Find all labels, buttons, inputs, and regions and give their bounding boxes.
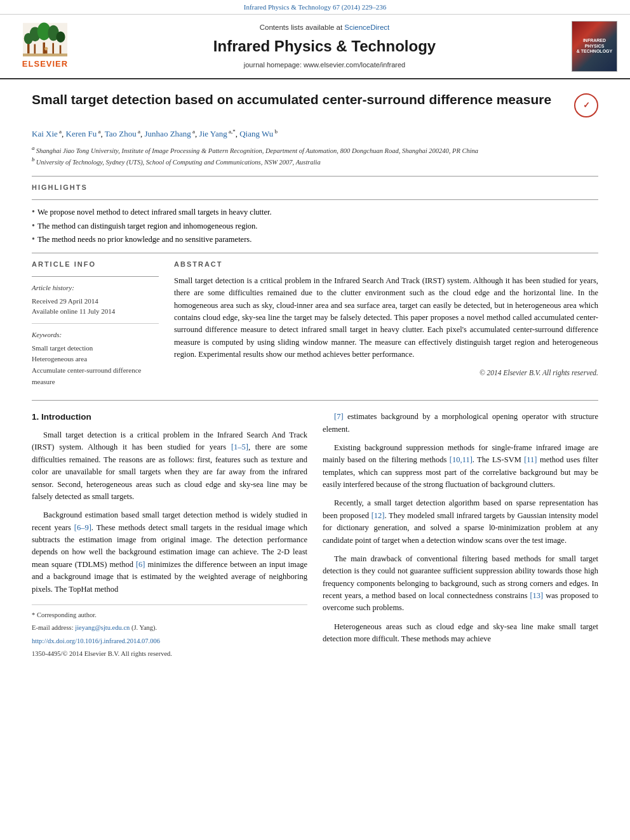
crossmark-badge[interactable]: ✓ <box>574 93 598 117</box>
highlights-list: • We propose novel method to detect infr… <box>32 206 598 245</box>
footnote-corresponding: * Corresponding author. <box>32 610 307 620</box>
intro-heading: 1. Introduction <box>32 411 307 424</box>
highlights-section: HIGHLIGHTS • We propose novel method to … <box>32 183 598 245</box>
author-keren-fu[interactable]: Keren Fu <box>66 129 97 138</box>
intro-p2: Background estimation based small target… <box>32 509 307 596</box>
author-tao-zhou[interactable]: Tao Zhou <box>105 129 137 138</box>
abstract-text: Small target detection is a critical pro… <box>174 275 598 361</box>
cover-text: INFRARED PHYSICS & TECHNOLOGY <box>575 38 614 54</box>
journal-top-bar: Infrared Physics & Technology 67 (2014) … <box>0 0 630 15</box>
body-two-col: 1. Introduction Small target detection i… <box>32 411 598 662</box>
received-date: Received 29 April 2014 <box>32 296 159 307</box>
intro-p3: [7] estimates background by a morphologi… <box>323 411 598 436</box>
ref-6[interactable]: [6] <box>136 560 145 569</box>
intro-p4: Existing background suppression methods … <box>323 442 598 491</box>
svg-point-6 <box>56 31 65 43</box>
journal-homepage: journal homepage: www.elsevier.com/locat… <box>244 60 405 70</box>
elsevier-brand-label: ELSEVIER <box>22 58 68 70</box>
journal-title: Infrared Physics & Technology <box>213 36 436 58</box>
abstract-label: ABSTRACT <box>174 260 598 270</box>
article-info-column: ARTICLE INFO Article history: Received 2… <box>32 260 159 387</box>
main-content: Small target detection based on accumula… <box>0 79 630 673</box>
bullet-icon-1: • <box>32 206 35 218</box>
journal-header-center: Contents lists available at ScienceDirec… <box>88 21 561 72</box>
keyword-3: Accumulate center-surround difference me… <box>32 365 159 387</box>
elsevier-tree-icon <box>23 22 67 57</box>
article-title: Small target detection based on accumula… <box>32 91 565 108</box>
abstract-column: ABSTRACT Small target detection is a cri… <box>174 260 598 387</box>
intro-p5: Recently, a small target detection algor… <box>323 497 598 547</box>
journal-cover-section: INFRARED PHYSICS & TECHNOLOGY <box>569 21 620 72</box>
divider-after-affiliations <box>32 176 598 177</box>
bullet-icon-2: • <box>32 220 35 232</box>
ref-13[interactable]: [13] <box>530 591 543 600</box>
keyword-2: Heterogeneous area <box>32 354 159 365</box>
ref-1-5[interactable]: [1–5] <box>231 443 248 451</box>
author-jie-yang[interactable]: Jie Yang <box>199 129 227 138</box>
svg-rect-10 <box>60 45 62 54</box>
ref-6-9[interactable]: [6–9] <box>74 523 91 532</box>
keyword-1: Small target detection <box>32 343 159 354</box>
article-info-abstract-section: ARTICLE INFO Article history: Received 2… <box>32 260 598 387</box>
ref-10-11[interactable]: [10,11] <box>450 455 473 464</box>
affiliations: a Shanghai Jiao Tong University, Institu… <box>32 144 598 167</box>
svg-rect-7 <box>34 44 36 55</box>
intro-p6: The main drawback of conventional filter… <box>323 553 598 615</box>
elsevier-logo-section: ELSEVIER <box>10 21 80 72</box>
authors-line: Kai Xie a, Keren Fu a, Tao Zhou a, Junha… <box>32 128 598 140</box>
svg-rect-9 <box>52 43 54 55</box>
affiliation-b: b University of Technology, Sydney (UTS)… <box>32 156 598 167</box>
sciencedirect-link[interactable]: ScienceDirect <box>344 23 389 31</box>
article-info-label: ARTICLE INFO <box>32 260 159 270</box>
ref-11[interactable]: [11] <box>524 455 537 464</box>
svg-rect-13 <box>45 50 48 53</box>
journal-header: ELSEVIER Contents lists available at Sci… <box>0 15 630 79</box>
author-junhao-zhang[interactable]: Junhao Zhang <box>145 129 191 138</box>
article-title-section: Small target detection based on accumula… <box>32 91 598 121</box>
body-col-right: [7] estimates background by a morphologi… <box>323 411 598 662</box>
journal-cover-image: INFRARED PHYSICS & TECHNOLOGY <box>572 21 617 72</box>
elsevier-logo-box: ELSEVIER <box>22 22 68 70</box>
author-qiang-wu[interactable]: Qiang Wu <box>239 129 273 138</box>
footnote-email: E-mail address: jieyang@sjtu.edu.cn (J. … <box>32 623 307 633</box>
copyright-line: © 2014 Elsevier B.V. All rights reserved… <box>174 368 598 378</box>
svg-point-12 <box>44 47 48 50</box>
article-info-divider <box>32 276 159 277</box>
highlights-label: HIGHLIGHTS <box>32 183 598 193</box>
affiliation-a: a Shanghai Jiao Tong University, Institu… <box>32 144 598 156</box>
available-date: Available online 11 July 2014 <box>32 306 159 317</box>
ref-7[interactable]: [7] <box>334 412 344 421</box>
history-label: Article history: <box>32 283 159 293</box>
sciencedirect-line: Contents lists available at ScienceDirec… <box>260 22 390 33</box>
highlight-item-2: • The method can distinguish target regi… <box>32 220 598 232</box>
keywords-label: Keywords: <box>32 330 159 340</box>
footnote-email-link[interactable]: jieyang@sjtu.edu.cn <box>75 624 130 631</box>
author-kai-xie[interactable]: Kai Xie <box>32 129 58 138</box>
footnote-doi: http://dx.doi.org/10.1016/j.infrared.201… <box>32 636 307 646</box>
svg-rect-11 <box>23 53 67 56</box>
highlight-item-1: • We propose novel method to detect infr… <box>32 206 598 218</box>
highlight-item-3: • The method needs no prior knowledge an… <box>32 234 598 245</box>
body-col-left: 1. Introduction Small target detection i… <box>32 411 307 662</box>
footnote-issn: 1350-4495/© 2014 Elsevier B.V. All right… <box>32 649 307 659</box>
highlights-divider <box>32 199 598 200</box>
footnote-area: * Corresponding author. E-mail address: … <box>32 604 307 659</box>
crossmark-icon[interactable]: ✓ <box>574 93 598 117</box>
bullet-icon-3: • <box>32 234 35 245</box>
divider-after-highlights <box>32 253 598 253</box>
body-section: 1. Introduction Small target detection i… <box>32 400 598 662</box>
keywords-section: Keywords: Small target detection Heterog… <box>32 330 159 387</box>
article-history: Article history: Received 29 April 2014 … <box>32 283 159 324</box>
doi-link[interactable]: http://dx.doi.org/10.1016/j.infrared.201… <box>32 637 160 644</box>
intro-p7: Heterogeneous areas such as cloud edge a… <box>323 621 598 646</box>
ref-12[interactable]: [12] <box>372 511 385 520</box>
intro-p1: Small target detection is a critical pro… <box>32 429 307 503</box>
journal-citation: Infrared Physics & Technology 67 (2014) … <box>244 3 387 11</box>
